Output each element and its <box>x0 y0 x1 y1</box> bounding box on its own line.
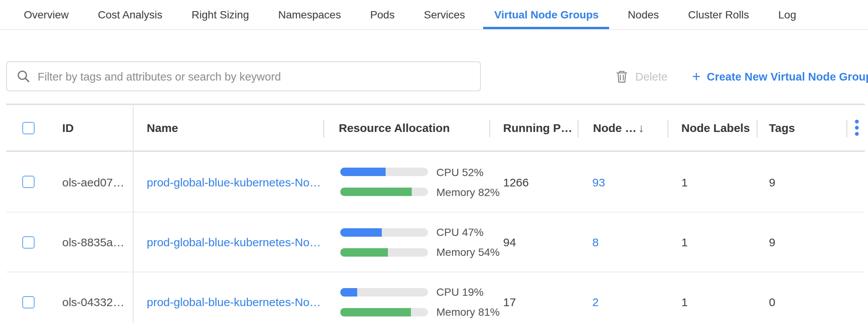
top-nav: Overview Cost Analysis Right Sizing Name… <box>0 0 868 30</box>
table-header-row: ID Name Resource Allocation Running P… N… <box>6 105 865 152</box>
cpu-label: CPU 47% <box>436 226 484 238</box>
memory-bar <box>340 308 428 316</box>
sort-descending-icon[interactable]: ↓ <box>638 105 644 150</box>
tab-right-sizing[interactable]: Right Sizing <box>181 0 260 29</box>
tab-cost-analysis[interactable]: Cost Analysis <box>87 0 173 29</box>
node-labels-value: 1 <box>681 152 688 212</box>
delete-button-label: Delete <box>635 70 668 82</box>
memory-label: Memory 54% <box>436 246 500 258</box>
create-button-label: Create New Virtual Node Group <box>707 70 868 82</box>
header-id[interactable]: ID <box>62 105 74 150</box>
tab-virtual-node-groups[interactable]: Virtual Node Groups <box>484 0 610 29</box>
trash-icon <box>615 69 628 83</box>
cpu-label: CPU 19% <box>436 286 484 298</box>
header-divider <box>668 120 668 137</box>
row-checkbox[interactable] <box>22 176 35 188</box>
row-id: ols-aed07… <box>62 152 124 212</box>
running-pods-value: 17 <box>503 272 516 323</box>
row-checkbox[interactable] <box>22 236 35 248</box>
memory-label: Memory 81% <box>436 306 500 318</box>
table-row: ols-aed07… prod-global-blue-kubernetes-N… <box>6 152 865 212</box>
select-all-checkbox[interactable] <box>22 122 35 134</box>
cpu-bar <box>340 288 428 296</box>
tab-cluster-rolls[interactable]: Cluster Rolls <box>678 0 760 29</box>
delete-button[interactable]: Delete <box>615 61 668 91</box>
header-divider <box>757 120 757 137</box>
row-name-link[interactable]: prod-global-blue-kubernetes-No… <box>147 272 321 323</box>
create-virtual-node-group-button[interactable]: + Create New Virtual Node Group <box>692 61 868 91</box>
row-checkbox[interactable] <box>22 296 35 308</box>
virtual-node-groups-table: ID Name Resource Allocation Running P… N… <box>6 104 865 323</box>
header-name[interactable]: Name <box>147 105 178 150</box>
cpu-bar <box>340 168 428 176</box>
tab-namespaces[interactable]: Namespaces <box>267 0 351 29</box>
header-divider <box>323 120 324 137</box>
header-node-labels[interactable]: Node Labels <box>681 105 750 150</box>
nodes-count-link[interactable]: 93 <box>592 152 605 212</box>
filter-search-box <box>6 61 481 91</box>
cpu-bar <box>340 228 428 236</box>
tab-nodes[interactable]: Nodes <box>617 0 670 29</box>
header-nodes[interactable]: Node … <box>593 105 636 150</box>
column-options-kebab-icon[interactable] <box>855 105 859 150</box>
header-divider <box>578 120 578 137</box>
tags-value: 9 <box>769 152 775 212</box>
tab-log[interactable]: Log <box>767 0 807 29</box>
header-running-pods[interactable]: Running P… <box>503 105 572 150</box>
header-divider <box>846 120 847 137</box>
header-tags[interactable]: Tags <box>769 105 795 150</box>
tags-value: 0 <box>769 272 775 323</box>
tab-pods[interactable]: Pods <box>359 0 406 29</box>
row-name-link[interactable]: prod-global-blue-kubernetes-No… <box>147 152 321 212</box>
filter-search-input[interactable] <box>30 62 480 91</box>
table-row: ols-04332… prod-global-blue-kubernetes-N… <box>6 272 865 323</box>
tab-services[interactable]: Services <box>413 0 475 29</box>
node-labels-value: 1 <box>681 272 688 323</box>
tags-value: 9 <box>769 213 775 272</box>
cpu-label: CPU 52% <box>436 166 484 178</box>
nodes-count-link[interactable]: 8 <box>592 213 599 272</box>
node-labels-value: 1 <box>681 213 688 272</box>
table-row: ols-8835a… prod-global-blue-kubernetes-N… <box>6 212 865 272</box>
resource-allocation: CPU 19% Memory 81% <box>340 286 500 318</box>
running-pods-value: 1266 <box>503 152 529 212</box>
header-resource-allocation[interactable]: Resource Allocation <box>339 105 450 150</box>
memory-bar <box>340 188 428 196</box>
resource-allocation: CPU 52% Memory 82% <box>340 166 500 198</box>
memory-bar <box>340 248 428 256</box>
memory-label: Memory 82% <box>436 186 500 198</box>
row-name-link[interactable]: prod-global-blue-kubernetes-No… <box>147 213 321 272</box>
running-pods-value: 94 <box>503 213 516 272</box>
nodes-count-link[interactable]: 2 <box>592 272 599 323</box>
resource-allocation: CPU 47% Memory 54% <box>340 226 500 258</box>
tab-overview[interactable]: Overview <box>13 0 80 29</box>
plus-icon: + <box>692 69 701 84</box>
header-divider <box>489 120 490 137</box>
row-id: ols-04332… <box>62 272 124 323</box>
virtual-node-groups-page: Overview Cost Analysis Right Sizing Name… <box>0 0 868 323</box>
search-icon <box>17 70 30 83</box>
row-id: ols-8835a… <box>62 213 124 272</box>
